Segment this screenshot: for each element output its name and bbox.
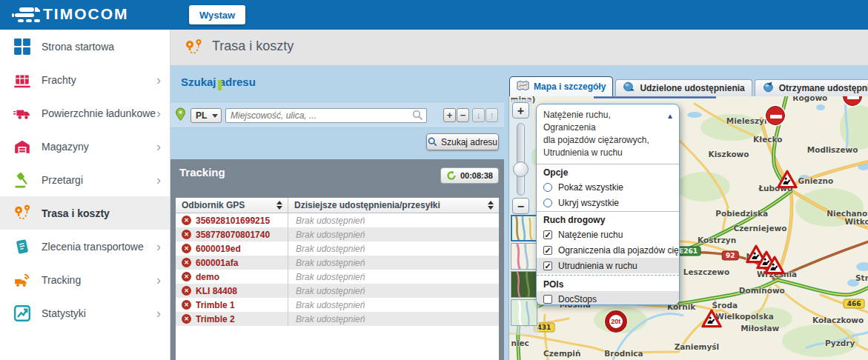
gps-cell: ✕600001afa	[176, 256, 288, 270]
map-canvas[interactable]: mina)RogowoMieleszynKłeckoKiszkowoModlis…	[508, 96, 868, 360]
move-up-button[interactable]: ↑	[486, 108, 498, 122]
gps-id: KLI 84408	[196, 286, 237, 296]
column-header-gps[interactable]: Odbiornik GPS	[176, 198, 288, 213]
move-down-button[interactable]: ↓	[472, 108, 485, 122]
table-row[interactable]: ✕demoBrak udostępnień	[176, 270, 499, 284]
remove-waypoint-button[interactable]: −	[457, 108, 469, 122]
section-divider	[537, 275, 679, 276]
option-utrudnienia-w-ruchu[interactable]: ✓Utrudnienia w ruchu	[537, 258, 679, 273]
sidebar-item-tracking[interactable]: Tracking›	[0, 263, 170, 296]
section-divider	[537, 164, 679, 164]
map-style-thumbnails	[511, 215, 537, 326]
map-tab-bar: Mapa i szczegółyUdzielone udostępnieniaO…	[508, 76, 868, 96]
address-input[interactable]	[225, 108, 427, 123]
map-label-zaniemy-l: Zaniemyśl	[675, 342, 720, 351]
country-select[interactable]: PL	[191, 108, 222, 123]
sort-icon	[488, 201, 494, 210]
option-nat-enie-ruchu[interactable]: ✓Natężenie ruchu	[537, 227, 679, 242]
table-row[interactable]: ✕6000019edBrak udostępnień	[176, 241, 499, 256]
map-style-thumb-3[interactable]	[511, 271, 537, 298]
option-docstops[interactable]: DocStops	[537, 291, 679, 305]
error-icon: ✕	[182, 314, 191, 324]
column-header-shares[interactable]: Dzisiejsze udostępnienia/przesyłki	[288, 198, 499, 213]
tab-udzielone-udost-pnienia[interactable]: Udzielone udostępnienia	[615, 79, 752, 96]
map-tab-icon	[517, 80, 529, 93]
roadworks-sign[interactable]	[764, 256, 785, 278]
shares-cell: Brak udostępnień	[288, 213, 499, 227]
map-pin-icon	[175, 107, 186, 122]
layers-options: OpcjePokaż wszystkieUkryj wszystkieRuch …	[537, 164, 679, 305]
search-address-button[interactable]: Szukaj adresu	[426, 133, 499, 150]
table-row[interactable]: ✕358778070801740Brak udostępnień	[176, 227, 499, 241]
gps-cell: ✕6000019ed	[176, 241, 288, 256]
search-icon	[428, 137, 437, 147]
sidebar-item-statystyki[interactable]: Statystyki›	[0, 296, 170, 330]
map-label-leszczewo: Leszczewo	[683, 267, 730, 276]
map-style-thumb-4[interactable]	[511, 299, 537, 326]
error-icon: ✕	[182, 230, 191, 239]
option-label: Pokaż wszystkie	[558, 182, 623, 193]
zoom-slider-track[interactable]	[517, 123, 525, 196]
weight-limit-sign[interactable]: 20t	[605, 310, 627, 333]
share-out-icon	[623, 81, 635, 95]
publish-button[interactable]: Wystaw	[189, 5, 245, 24]
sidebar-item-powierzchnie-adunkowe[interactable]: Powierzchnie ładunkowe›	[0, 96, 170, 130]
roadworks-sign[interactable]	[701, 309, 722, 331]
map-label-wielkopolska: Wielkopolska	[715, 312, 773, 321]
sidebar-item-zlecenia-transportowe[interactable]: Zlecenia transportowe›	[0, 230, 170, 263]
scroll-up-icon[interactable]: ▲	[666, 110, 674, 122]
add-waypoint-button[interactable]: +	[443, 108, 456, 122]
refresh-icon	[446, 170, 457, 181]
option-label: DocStops	[558, 294, 597, 304]
brand-text: TIMOCOM	[43, 5, 128, 23]
tab-label: Otrzymane udostępnienia	[779, 83, 868, 93]
table-row[interactable]: ✕Trimble 2Brak udostępnień	[176, 312, 499, 326]
refresh-timer: 00:08:38	[460, 171, 493, 180]
status-text: Brak udostępnień	[296, 314, 365, 324]
option-label: Ograniczenia dla pojazdów ciężaro	[558, 245, 680, 256]
chevron-right-icon: ›	[156, 173, 161, 187]
sidebar-item-przetargi[interactable]: Przetargi›	[0, 163, 170, 196]
shares-cell: Brak udostępnień	[288, 312, 499, 326]
page-title-bar: Trasa i koszty	[170, 30, 868, 65]
no-entry-sign[interactable]	[766, 106, 785, 125]
table-row[interactable]: ✕KLI 84408Brak udostępnień	[176, 284, 499, 298]
status-text: Brak udostępnień	[296, 286, 365, 296]
table-row[interactable]: ✕600001afaBrak udostępnień	[176, 256, 499, 270]
map-style-thumb-2[interactable]	[511, 243, 537, 270]
zoom-in-button[interactable]: +	[512, 102, 529, 119]
option-ograniczenia-dla-pojazd-w-ci-aro[interactable]: ✓Ograniczenia dla pojazdów ciężaro	[537, 242, 679, 258]
option-label: Natężenie ruchu	[558, 230, 623, 240]
gps-id: 358778070801740	[196, 230, 270, 240]
map-style-thumb-1[interactable]	[511, 215, 537, 241]
status-text: Brak udostępnień	[296, 272, 365, 282]
sidebar-item-magazyny[interactable]: Magazyny›	[0, 130, 170, 163]
table-row[interactable]: ✕356928101699215Brak udostępnień	[176, 213, 499, 227]
layers-summary[interactable]: Natężenie ruchu, Ograniczeniadla pojazdó…	[537, 104, 679, 163]
table-row[interactable]: ✕Trimble 1Brak udostępnień	[176, 298, 499, 312]
zoom-out-button[interactable]: −	[512, 198, 529, 214]
shares-cell: Brak udostępnień	[288, 241, 499, 256]
app-window: TIMOCOM Wystaw Strona startowaFrachty›Po…	[0, 0, 868, 360]
sidebar-item-frachty[interactable]: Frachty›	[0, 63, 170, 96]
chevron-right-icon: ›	[156, 307, 161, 320]
tab-otrzymane-udost-pnienia[interactable]: Otrzymane udostępnienia	[755, 79, 868, 96]
chevron-right-icon: ›	[156, 73, 161, 87]
refresh-button[interactable]: 00:08:38	[440, 167, 499, 184]
summary-line: Natężenie ruchu, Ograniczenia	[543, 109, 664, 134]
status-text: Brak udostępnień	[296, 258, 365, 268]
option-ukryj-wszystkie[interactable]: Ukryj wszystkie	[537, 195, 679, 210]
option-poka-wszystkie[interactable]: Pokaż wszystkie	[537, 179, 679, 195]
zoom-slider-handle[interactable]	[513, 161, 529, 177]
tab-label: Mapa i szczegóły	[534, 81, 606, 92]
map-label-kostrzyn: Kostrzyn	[698, 236, 736, 244]
sidebar-item-strona-startowa[interactable]: Strona startowa	[0, 30, 170, 63]
sidebar-item-trasa-i-koszty[interactable]: Trasa i koszty	[0, 196, 170, 230]
tab-mapa-i-szczeg-y[interactable]: Mapa i szczegóły	[509, 76, 613, 96]
roadworks-sign[interactable]	[777, 170, 798, 192]
map-label-pobiedziska: Pobiedziska	[715, 209, 768, 218]
gavel-icon	[13, 171, 31, 189]
gps-id: demo	[196, 272, 219, 282]
gps-id: 600001afa	[196, 258, 238, 268]
search-icon[interactable]	[412, 110, 423, 121]
